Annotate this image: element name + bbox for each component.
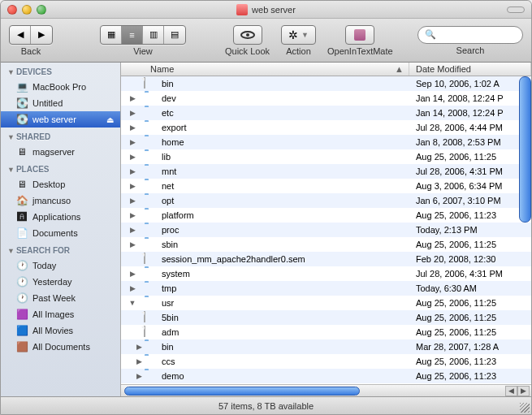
sidebar-item-all-documents[interactable]: 🟫All Documents <box>1 339 120 355</box>
sidebar-item-macbook-pro[interactable]: 💻MacBook Pro <box>1 79 120 95</box>
disclosure-triangle-icon[interactable]: ▶ <box>121 109 144 117</box>
sidebar-item-all-images[interactable]: 🟪All Images <box>1 306 120 322</box>
disclosure-triangle-icon[interactable]: ▶ <box>121 284 144 292</box>
forward-button[interactable]: ▶ <box>31 26 52 44</box>
minimize-button[interactable] <box>22 5 32 15</box>
file-row[interactable]: ▶exportJul 28, 2006, 4:44 PM <box>121 120 531 135</box>
eject-icon[interactable]: ⏏ <box>106 115 114 124</box>
clock-icon: 🕐 <box>15 259 28 272</box>
disclosure-triangle-icon[interactable]: ▶ <box>121 226 144 234</box>
file-row[interactable]: admAug 25, 2006, 11:25 <box>121 325 531 339</box>
titlebar[interactable]: web server <box>1 1 531 19</box>
sidebar-item-label: Documents <box>32 228 78 238</box>
list-view-button[interactable]: ≡ <box>122 26 143 44</box>
sidebar-item-label: All Documents <box>32 342 90 352</box>
sidebar-item-label: All Movies <box>32 326 73 335</box>
icon-view-button[interactable]: ▦ <box>101 26 122 44</box>
file-name: opt <box>160 196 409 205</box>
file-row[interactable]: session_mm_apache2handler0.semFeb 20, 20… <box>121 252 531 266</box>
view-buttons: ▦ ≡ ▥ ▤ <box>100 25 186 45</box>
search-field[interactable]: 🔍 <box>417 26 523 44</box>
file-name: platform <box>160 210 409 220</box>
file-date: Jul 28, 2006, 4:44 PM <box>409 123 531 132</box>
sidebar-section-header[interactable]: ▼ PLACES <box>1 160 120 176</box>
file-date: Aug 25, 2006, 11:23 <box>409 210 531 220</box>
file-row[interactable]: ▶tmpToday, 6:30 AM <box>121 281 531 296</box>
file-row[interactable]: ▼usrAug 25, 2006, 11:25 <box>121 296 531 310</box>
file-date: Jan 6, 2007, 3:10 PM <box>409 196 531 205</box>
sidebar-section-header[interactable]: ▼ DEVICES <box>1 63 120 79</box>
disclosure-triangle-icon[interactable]: ▶ <box>121 138 144 146</box>
file-row[interactable]: ▶demoAug 25, 2006, 11:23 <box>121 369 531 383</box>
search-input[interactable] <box>439 30 516 40</box>
sidebar-item-applications[interactable]: 🅰Applications <box>1 209 120 225</box>
scroll-left-button[interactable]: ◀ <box>505 386 517 396</box>
sidebar-item-untitled[interactable]: 💽Untitled <box>1 95 120 111</box>
disclosure-triangle-icon[interactable]: ▶ <box>121 211 144 219</box>
zoom-button[interactable] <box>37 5 46 15</box>
sidebar-item-magserver[interactable]: 🖥magserver <box>1 144 120 160</box>
file-row[interactable]: binSep 10, 2006, 1:02 A <box>121 76 531 91</box>
disclosure-triangle-icon[interactable]: ▶ <box>121 270 144 278</box>
file-row[interactable]: ▶optJan 6, 2007, 3:10 PM <box>121 193 531 208</box>
file-row[interactable]: ▶systemJul 28, 2006, 4:31 PM <box>121 266 531 281</box>
column-view-button[interactable]: ▥ <box>143 26 164 44</box>
file-row[interactable]: ▶ccsAug 25, 2006, 11:23 <box>121 354 531 369</box>
file-row[interactable]: ▶mntJul 28, 2006, 4:31 PM <box>121 164 531 179</box>
disclosure-triangle-icon[interactable]: ▶ <box>121 197 144 205</box>
coverflow-view-button[interactable]: ▤ <box>164 26 185 44</box>
name-column-header[interactable]: Name▲ <box>144 63 409 76</box>
quicklook-button[interactable] <box>233 25 262 45</box>
disclosure-triangle-icon[interactable]: ▼ <box>121 299 144 307</box>
textmate-button[interactable] <box>345 25 374 45</box>
sidebar-item-jmancuso[interactable]: 🏠jmancuso <box>1 192 120 209</box>
file-row[interactable]: ▶devJan 14, 2008, 12:24 P <box>121 91 531 106</box>
file-row[interactable]: ▶procToday, 2:13 PM <box>121 223 531 237</box>
sidebar-section-header[interactable]: ▼ SEARCH FOR <box>1 241 120 257</box>
vertical-scrollbar[interactable] <box>519 76 531 223</box>
sidebar-item-web-server[interactable]: 💽web server⏏ <box>1 111 120 128</box>
scroll-right-button[interactable]: ▶ <box>517 386 530 396</box>
disclosure-triangle-icon[interactable]: ▶ <box>121 357 144 365</box>
disclosure-triangle-icon[interactable]: ▶ <box>121 94 144 102</box>
file-row[interactable]: ▶libAug 25, 2006, 11:25 <box>121 149 531 164</box>
file-date: Today, 6:30 AM <box>409 283 531 293</box>
disclosure-triangle-icon[interactable]: ▶ <box>121 153 144 161</box>
resize-handle[interactable] <box>520 403 530 413</box>
file-row[interactable]: ▶sbinAug 25, 2006, 11:25 <box>121 237 531 252</box>
file-row[interactable]: ▶platformAug 25, 2006, 11:23 <box>121 208 531 223</box>
file-list[interactable]: binSep 10, 2006, 1:02 A▶devJan 14, 2008,… <box>121 76 531 384</box>
sidebar-item-today[interactable]: 🕐Today <box>1 257 120 274</box>
img-icon: 🟪 <box>15 308 28 321</box>
toolbar-toggle-button[interactable] <box>507 6 525 13</box>
disclosure-triangle-icon[interactable]: ▶ <box>121 240 144 249</box>
sidebar-item-documents[interactable]: 📄Documents <box>1 225 120 241</box>
disclosure-triangle-icon[interactable]: ▶ <box>121 167 144 175</box>
scrollbar-thumb[interactable] <box>124 387 360 396</box>
sidebar-item-label: magserver <box>32 147 75 157</box>
back-button[interactable]: ◀ <box>10 26 31 44</box>
file-row[interactable]: ▶etcJan 14, 2008, 12:24 P <box>121 106 531 120</box>
file-row[interactable]: ▶binMar 28, 2007, 1:28 A <box>121 339 531 354</box>
file-row[interactable]: ▶netAug 3, 2006, 6:34 PM <box>121 179 531 193</box>
date-column-header[interactable]: Date Modified <box>409 63 531 76</box>
disclosure-triangle-icon[interactable]: ▶ <box>121 372 144 380</box>
close-button[interactable] <box>7 5 17 15</box>
disclosure-triangle-icon[interactable]: ▶ <box>121 182 144 190</box>
action-button[interactable]: ✲▼ <box>281 25 316 45</box>
horizontal-scrollbar[interactable]: ◀ ▶ <box>121 384 531 396</box>
view-label: View <box>133 46 153 56</box>
file-row[interactable]: ▶homeJan 8, 2008, 2:53 PM <box>121 135 531 149</box>
apps-icon: 🅰 <box>15 210 28 223</box>
sidebar-item-past-week[interactable]: 🕐Past Week <box>1 290 120 306</box>
file-date: Jan 14, 2008, 12:24 P <box>409 93 531 103</box>
sidebar-item-all-movies[interactable]: 🟦All Movies <box>1 322 120 339</box>
sidebar-item-label: Untitled <box>32 98 63 108</box>
sidebar-item-desktop[interactable]: 🖥Desktop <box>1 176 120 192</box>
disclosure-triangle-icon[interactable]: ▶ <box>121 343 144 351</box>
textmate-icon <box>354 29 365 41</box>
disclosure-triangle-icon[interactable]: ▶ <box>121 123 144 132</box>
sidebar-section-header[interactable]: ▼ SHARED <box>1 128 120 144</box>
sidebar-item-yesterday[interactable]: 🕐Yesterday <box>1 274 120 290</box>
file-row[interactable]: 5binAug 25, 2006, 11:25 <box>121 310 531 325</box>
